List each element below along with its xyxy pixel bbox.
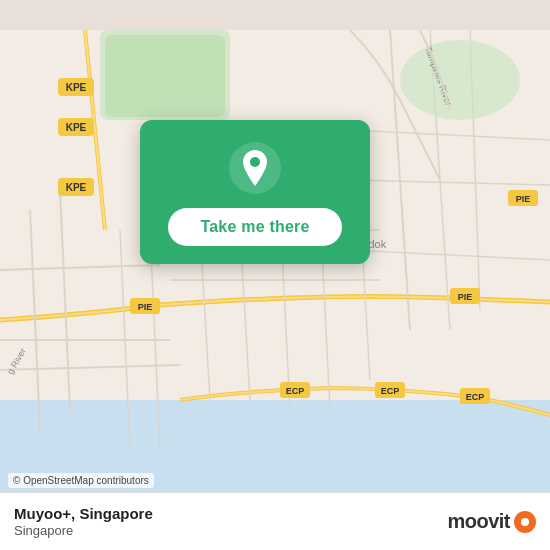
svg-text:ECP: ECP (286, 386, 305, 396)
location-pin-icon (229, 142, 281, 194)
svg-point-27 (400, 40, 520, 120)
take-me-there-button[interactable]: Take me there (168, 208, 341, 246)
location-name: Muyoo+, Singapore (14, 505, 153, 522)
moovit-text: moovit (447, 510, 510, 533)
moovit-dot-icon (514, 511, 536, 533)
location-info: Muyoo+, Singapore Singapore (14, 505, 153, 538)
svg-rect-26 (105, 35, 225, 117)
osm-attribution: © OpenStreetMap contributors (8, 473, 154, 488)
action-card: Take me there (140, 120, 370, 264)
map-background: KPE KPE KPE PIE PIE PIE ECP ECP ECP Tamp… (0, 0, 550, 550)
map-container: KPE KPE KPE PIE PIE PIE ECP ECP ECP Tamp… (0, 0, 550, 550)
location-sub: Singapore (14, 523, 153, 538)
svg-text:ECP: ECP (466, 392, 485, 402)
svg-text:PIE: PIE (138, 302, 153, 312)
svg-text:ECP: ECP (381, 386, 400, 396)
svg-text:PIE: PIE (516, 194, 531, 204)
svg-text:KPE: KPE (66, 122, 87, 133)
svg-text:KPE: KPE (66, 82, 87, 93)
bottom-bar: Muyoo+, Singapore Singapore moovit (0, 492, 550, 550)
svg-text:PIE: PIE (458, 292, 473, 302)
svg-point-50 (250, 157, 260, 167)
moovit-logo[interactable]: moovit (447, 510, 536, 533)
svg-text:KPE: KPE (66, 182, 87, 193)
moovit-dot-inner (521, 518, 529, 526)
